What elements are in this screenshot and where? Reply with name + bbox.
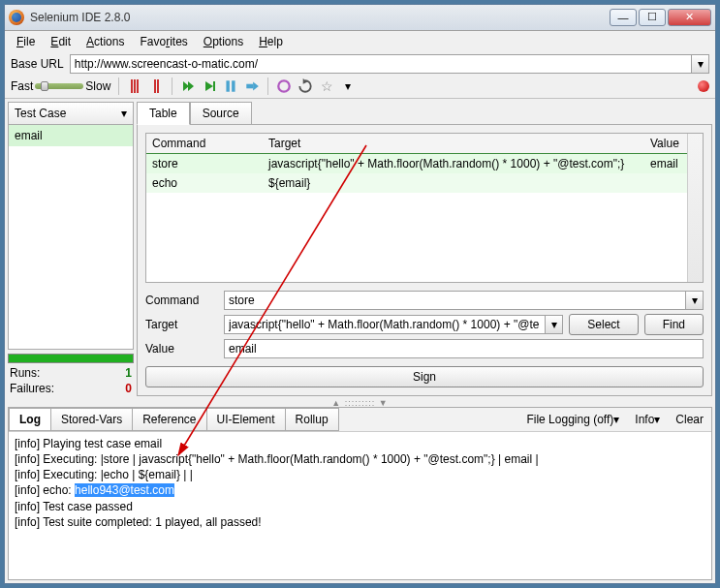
menu-favorites[interactable]: Favorites	[134, 33, 193, 50]
tab-rollup[interactable]: Rollup	[285, 408, 339, 431]
svg-rect-5	[233, 81, 235, 92]
value-label: Value	[145, 342, 218, 356]
failures-value: 0	[125, 382, 132, 395]
runs-label: Runs:	[10, 366, 40, 380]
svg-marker-7	[254, 82, 260, 91]
run-stats: Runs:1 Failures:0	[8, 365, 134, 396]
speed-fast-label: Fast	[11, 79, 33, 93]
horizontal-splitter[interactable]: ▲ ::::::::: ▼	[8, 399, 712, 407]
tab-table[interactable]: Table	[137, 102, 190, 125]
close-button[interactable]: ✕	[668, 9, 711, 26]
scrollbar[interactable]	[687, 134, 703, 282]
tab-log[interactable]: Log	[9, 408, 51, 431]
minimize-button[interactable]: —	[610, 9, 637, 26]
sign-button[interactable]: Sign	[145, 366, 704, 387]
breakpoint-icon[interactable]	[148, 78, 164, 94]
menu-file[interactable]: File	[11, 33, 41, 50]
target-input[interactable]	[224, 315, 546, 334]
command-label: Command	[145, 294, 218, 307]
favorite-icon[interactable]: ☆	[319, 78, 334, 94]
command-dropdown[interactable]: ▾	[686, 291, 704, 310]
log-line: [info] Playing test case email	[15, 436, 705, 451]
progress-bar	[8, 354, 134, 363]
window-title: Selenium IDE 2.8.0	[30, 11, 610, 24]
schedule-dropdown[interactable]: ▾	[340, 78, 356, 94]
log-line: [info] Test case passed	[15, 499, 705, 514]
pause-button[interactable]	[223, 78, 238, 94]
col-command[interactable]: Command	[146, 134, 263, 154]
table-row[interactable]: store javascript{"hello" + Math.floor(Ma…	[146, 153, 703, 173]
svg-rect-4	[227, 81, 230, 92]
log-line: [info] Executing: |store | javascript{"h…	[15, 451, 705, 467]
tab-reference[interactable]: Reference	[132, 408, 206, 431]
clear-log-button[interactable]: Clear	[668, 409, 711, 430]
step-button[interactable]	[244, 78, 260, 94]
reload-icon[interactable]	[297, 78, 313, 94]
find-button[interactable]: Find	[644, 314, 704, 335]
failures-label: Failures:	[10, 382, 54, 395]
record-button[interactable]	[698, 80, 709, 92]
echo-result: hello943@test.com	[75, 483, 174, 497]
log-line: [info] Test suite completed: 1 played, a…	[15, 514, 705, 530]
titlebar: Selenium IDE 2.8.0 — ☐ ✕	[5, 5, 715, 31]
rollup-icon[interactable]	[276, 78, 292, 94]
play-suite-button[interactable]	[180, 78, 196, 94]
maximize-button[interactable]: ☐	[639, 9, 666, 26]
svg-marker-2	[205, 81, 213, 91]
base-url-dropdown[interactable]: ▾	[692, 54, 709, 74]
base-url-input[interactable]	[70, 54, 692, 74]
menubar: File Edit Actions Favorites Options Help	[5, 31, 715, 52]
runs-value: 1	[125, 366, 132, 380]
testcase-list: email	[8, 125, 134, 350]
command-table[interactable]: Command Target Value store javascript{"h…	[146, 134, 703, 193]
tab-ui-element[interactable]: UI-Element	[206, 408, 286, 431]
log-output[interactable]: [info] Playing test case email [info] Ex…	[9, 432, 711, 579]
base-url-label: Base URL	[11, 57, 64, 71]
menu-options[interactable]: Options	[198, 33, 249, 50]
command-input[interactable]	[224, 291, 686, 310]
tab-source[interactable]: Source	[190, 102, 252, 125]
play-test-button[interactable]	[202, 78, 217, 94]
table-row[interactable]: echo ${email}	[146, 173, 703, 193]
select-button[interactable]: Select	[569, 314, 638, 335]
log-level-toggle[interactable]: Info▾	[627, 409, 668, 430]
tab-stored-vars[interactable]: Stored-Vars	[50, 408, 133, 431]
testcase-pane-header[interactable]: Test Case ▾	[8, 102, 134, 125]
file-logging-toggle[interactable]: File Logging (off)▾	[518, 409, 627, 430]
svg-marker-1	[188, 81, 194, 91]
speed-slider[interactable]	[35, 83, 83, 89]
menu-edit[interactable]: Edit	[45, 33, 77, 50]
svg-point-8	[279, 81, 290, 92]
target-label: Target	[145, 318, 218, 331]
svg-rect-6	[247, 84, 254, 89]
log-line: [info] Executing: |echo | ${email} | |	[15, 467, 705, 482]
firefox-icon	[9, 10, 24, 25]
target-dropdown[interactable]: ▾	[546, 315, 563, 334]
toolbar: Fast Slow ☆ ▾	[5, 76, 715, 99]
base-url-row: Base URL ▾	[5, 52, 715, 76]
col-target[interactable]: Target	[263, 134, 644, 154]
testcase-item[interactable]: email	[9, 125, 133, 146]
menu-help[interactable]: Help	[253, 33, 289, 50]
svg-rect-3	[213, 81, 215, 91]
value-input[interactable]	[224, 339, 704, 358]
speed-slow-label: Slow	[85, 79, 110, 93]
breakpoint-all-icon[interactable]	[127, 78, 142, 94]
menu-actions[interactable]: Actions	[80, 33, 130, 50]
log-line: [info] echo: hello943@test.com	[15, 482, 705, 498]
